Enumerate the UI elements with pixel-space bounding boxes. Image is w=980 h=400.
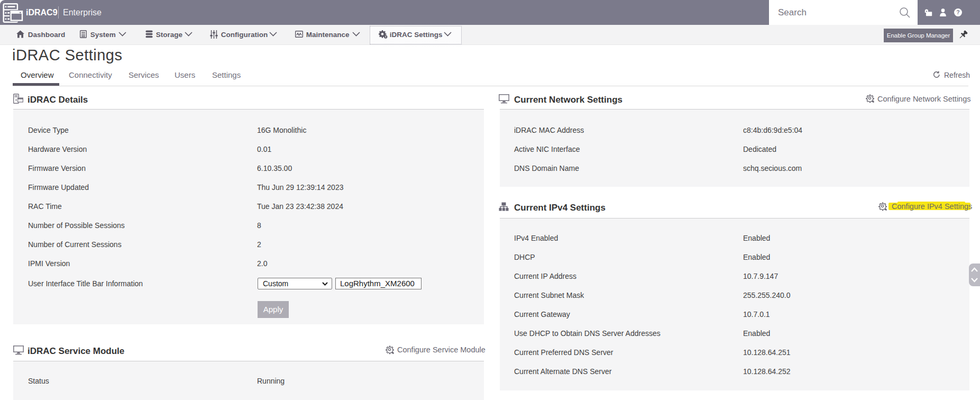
- svg-text:?: ?: [956, 9, 959, 15]
